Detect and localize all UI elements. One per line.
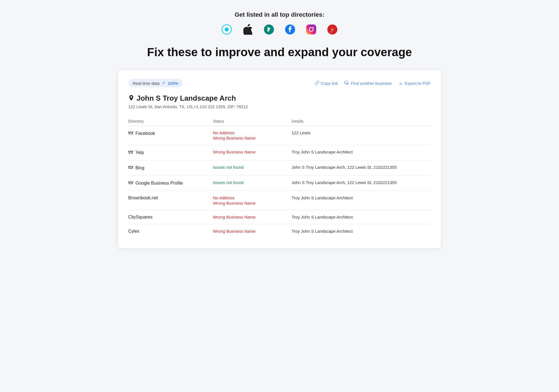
realtime-badge: Real time data ✓ 100% xyxy=(128,79,183,87)
directory-name: Cylex xyxy=(128,229,139,234)
copy-link-label: Copy link xyxy=(321,81,338,86)
search-icon xyxy=(345,81,349,86)
export-icon xyxy=(399,81,403,86)
directory-table: Directory Status Details FacebookNo Addr… xyxy=(128,117,431,238)
details-cell: Troy John S Landscape Architect xyxy=(292,224,431,239)
top-section: Get listed in all top directories: xyxy=(6,11,553,59)
card-actions: Copy link Find another business Export t… xyxy=(315,81,431,86)
status-badge: Wrong Business Name xyxy=(213,215,288,219)
details-cell: Troy John S Landscape Architect xyxy=(292,145,431,160)
card-header: Real time data ✓ 100% Copy link Find ano… xyxy=(128,79,431,87)
directory-icons-row: y xyxy=(6,23,553,36)
table-row: FacebookNo AddressWrong Business Name122… xyxy=(128,126,431,145)
status-badge: Wrong Business Name xyxy=(213,150,288,154)
export-pdf-button[interactable]: Export to PDF xyxy=(399,81,431,86)
main-heading: Fix these to improve and expand your cov… xyxy=(6,46,553,59)
svg-rect-5 xyxy=(306,24,316,34)
directories-heading: Get listed in all top directories: xyxy=(6,11,553,18)
status-badge: Issues not found xyxy=(213,165,288,170)
business-address: 122 Lewis St, San Antonio, TX, US,+1 210… xyxy=(128,104,431,109)
status-cell: Wrong Business Name xyxy=(213,224,292,239)
status-badge: No Address xyxy=(213,195,288,200)
instagram-icon xyxy=(305,23,317,36)
svg-text:y: y xyxy=(331,26,334,33)
directory-name: Yelp xyxy=(135,150,144,155)
status-cell: No AddressWrong Business Name xyxy=(213,126,292,145)
table-row: Google Business ProfileIssues not foundJ… xyxy=(128,176,431,191)
table-row: BingIssues not foundJohn S Troy Landscap… xyxy=(128,160,431,176)
main-card: Real time data ✓ 100% Copy link Find ano… xyxy=(118,70,441,248)
directory-cell: Brownbook.net xyxy=(128,191,213,210)
directory-cell: Google Business Profile xyxy=(128,176,213,191)
export-pdf-label: Export to PDF xyxy=(405,81,431,86)
find-business-label: Find another business xyxy=(351,81,392,86)
alexa-icon xyxy=(221,23,233,36)
business-title: John S Troy Landscape Arch xyxy=(128,94,431,103)
details-cell: John S Troy Landscape Arch, 122 Lewis St… xyxy=(292,160,431,176)
table-row: CitySquaresWrong Business NameTroy John … xyxy=(128,210,431,224)
find-business-button[interactable]: Find another business xyxy=(345,81,392,86)
directory-name: Facebook xyxy=(135,131,155,136)
status-badge: Wrong Business Name xyxy=(213,201,288,205)
details-cell: John S Troy Landscape Arch, 122 Lewis St… xyxy=(292,176,431,191)
directory-cell: Bing xyxy=(128,160,213,176)
badge-label: Real time data xyxy=(133,81,160,86)
directory-name: CitySquares xyxy=(128,215,152,220)
col-directory: Directory xyxy=(128,117,213,126)
badge-check: ✓ xyxy=(162,81,165,86)
bing-icon xyxy=(263,23,275,36)
location-icon xyxy=(128,94,134,103)
svg-point-7 xyxy=(313,27,314,28)
table-row: Brownbook.netNo AddressWrong Business Na… xyxy=(128,191,431,210)
status-badge: Wrong Business Name xyxy=(213,136,288,140)
directory-name: Bing xyxy=(135,165,144,170)
directory-cell: Cylex xyxy=(128,224,213,239)
facebook-icon xyxy=(284,23,296,36)
badge-percent: 100% xyxy=(168,81,178,86)
details-cell: 122 Lewis xyxy=(292,126,431,145)
col-status: Status xyxy=(213,117,292,126)
crown-icon xyxy=(128,180,133,186)
apple-icon xyxy=(242,23,254,36)
status-badge: Wrong Business Name xyxy=(213,229,288,234)
directory-name: Google Business Profile xyxy=(135,181,183,186)
directory-name: Brownbook.net xyxy=(128,195,158,200)
directory-cell: Facebook xyxy=(128,126,213,145)
business-name: John S Troy Landscape Arch xyxy=(137,94,236,103)
status-cell: Issues not found xyxy=(213,160,292,176)
status-cell: Wrong Business Name xyxy=(213,145,292,160)
table-row: CylexWrong Business NameTroy John S Land… xyxy=(128,224,431,239)
copy-link-icon xyxy=(315,81,319,86)
copy-link-button[interactable]: Copy link xyxy=(315,81,338,86)
directory-cell: Yelp xyxy=(128,145,213,160)
directory-cell: CitySquares xyxy=(128,210,213,224)
status-cell: Issues not found xyxy=(213,176,292,191)
yelp-icon: y xyxy=(326,23,338,36)
status-badge: Issues not found xyxy=(213,180,288,185)
svg-point-1 xyxy=(225,28,229,31)
crown-icon xyxy=(128,150,133,156)
table-row: YelpWrong Business NameTroy John S Lands… xyxy=(128,145,431,160)
crown-icon xyxy=(128,165,133,171)
status-cell: Wrong Business Name xyxy=(213,210,292,224)
status-badge: No Address xyxy=(213,130,288,135)
status-cell: No AddressWrong Business Name xyxy=(213,191,292,210)
crown-icon xyxy=(128,130,133,137)
details-cell: Troy John S Landscape Architect xyxy=(292,210,431,224)
details-cell: Troy John S Landscape Architect xyxy=(292,191,431,210)
col-details: Details xyxy=(292,117,431,126)
